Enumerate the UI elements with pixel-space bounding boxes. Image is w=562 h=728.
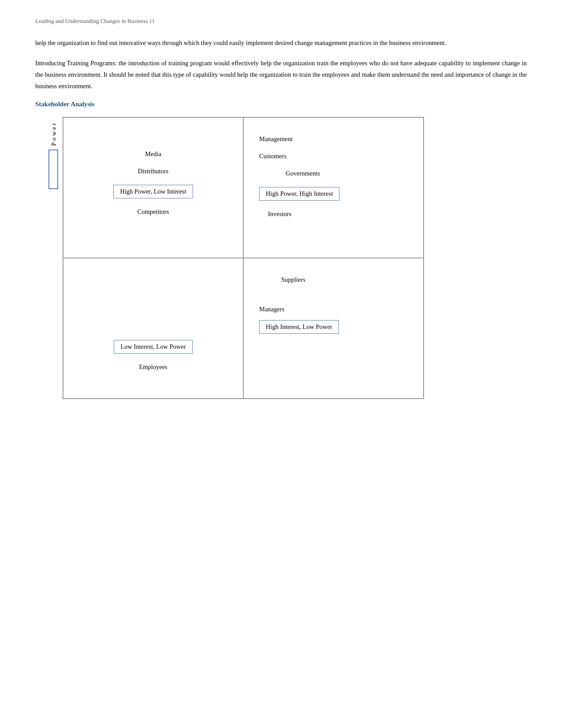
- competitors-item: Competitors: [138, 208, 169, 216]
- high-interest-low-power-box: High Interest, Low Power: [259, 320, 339, 334]
- governments-item: Governments: [286, 170, 320, 177]
- high-power-low-interest-box: High Power, Low Interest: [113, 185, 193, 198]
- quadrant-top-right: Management Customers Governments High Po…: [243, 117, 424, 258]
- quadrant-top-left: Media Distributors High Power, Low Inter…: [63, 117, 243, 258]
- distributors-item: Distributors: [138, 168, 168, 175]
- page-header: Leading and Understanding Changes in Bus…: [35, 18, 527, 25]
- managers-item: Managers: [259, 306, 284, 313]
- investors-item: Investors: [268, 210, 291, 218]
- quadrant-bottom-right: Suppliers Managers High Interest, Low Po…: [243, 258, 424, 399]
- suppliers-item: Suppliers: [281, 276, 305, 284]
- employees-item: Employees: [139, 363, 167, 371]
- section-heading: Stakeholder Analysis: [35, 101, 527, 108]
- customers-item: Customers: [259, 153, 287, 160]
- low-interest-low-power-box: Low Interest, Low Power: [114, 340, 192, 354]
- media-item: Media: [145, 150, 161, 158]
- stakeholder-matrix: Media Distributors High Power, Low Inter…: [63, 117, 424, 399]
- paragraph-1: help the organization to find out innova…: [35, 37, 527, 49]
- high-power-high-interest-box: High Power, High Interest: [259, 187, 339, 201]
- power-indicator-rect: [48, 149, 58, 189]
- management-item: Management: [259, 135, 293, 143]
- stakeholder-matrix-wrapper: Power Media Distributors High Power, Low…: [48, 117, 527, 399]
- quadrant-bottom-left: Low Interest, Low Power Employees: [63, 258, 243, 399]
- paragraph-2: Introducing Training Programs: the intro…: [35, 57, 527, 92]
- power-axis-label: Power: [48, 117, 58, 189]
